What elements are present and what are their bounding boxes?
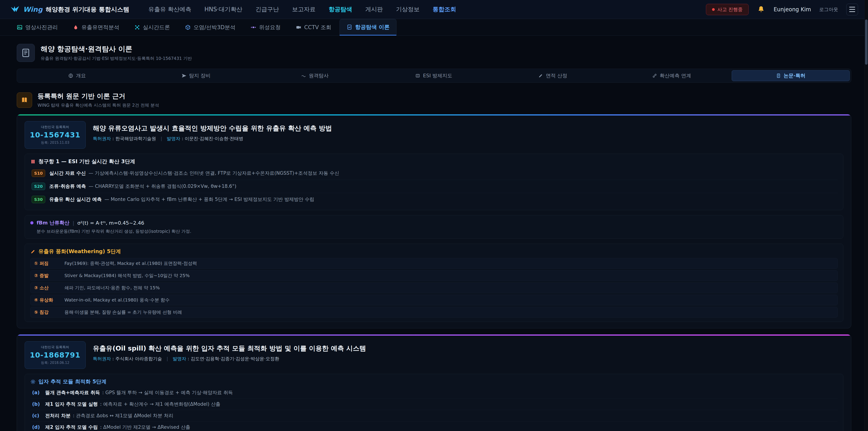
step-name: 실시간 자료 수신 xyxy=(49,170,86,176)
tab-area-calculation[interactable]: 면적 산정 xyxy=(494,70,612,81)
chart-document-icon xyxy=(346,24,352,30)
patent-meta: 특허권자 : 주식회사 아라종합기술 | 발명자 : 김도연·김용혁·김종기·김… xyxy=(93,356,366,362)
wing-logo-icon xyxy=(10,4,20,14)
inventor-label: 발명자 xyxy=(173,356,186,361)
wave-icon xyxy=(301,73,306,78)
weathering-row: ③ 소산 쇄파 기인, 파도에너지·용존 함수, 전체 약 15% xyxy=(30,282,838,293)
purple-dot-icon xyxy=(30,221,33,224)
app-title: 해양환경 위기대응 통합시스템 xyxy=(46,5,129,13)
app-logo[interactable]: Wing 해양환경 위기대응 통합시스템 xyxy=(10,4,129,14)
nav-item-oil-spill-prediction[interactable]: 유출유 확산예측 xyxy=(148,5,191,13)
tab-label: 원격탐사 xyxy=(309,72,329,79)
notification-bell-icon[interactable] xyxy=(757,5,765,14)
optimization-step-row: (d) 제2 입자 추적 모델 수립 : ΔModel 기반 제2모델 → ΔR… xyxy=(30,421,838,431)
optimization-title: 입자 추적 모듈 최적화 5단계 xyxy=(38,378,106,385)
tab-esi-map[interactable]: ESI 방제지도 xyxy=(375,70,493,81)
subnav-tabs: 영상사진관리 유출유면적분석 실시간드론 오염/선박3D분석 위성요청 CCTV… xyxy=(0,19,868,36)
subtab-label: 오염/선박3D분석 xyxy=(193,24,236,31)
subtab-satellite-request[interactable]: 위성요청 xyxy=(244,19,287,35)
patent-title: 해양 유류오염사고 발생시 효율적인 방제방안 수립을 위한 유출유 확산 예측… xyxy=(93,124,332,133)
globe-icon xyxy=(68,73,73,78)
subtab-cctv-view[interactable]: CCTV 조회 xyxy=(289,19,338,35)
patent-head: 대한민국 등록특허 10-1567431 등록: 2015.11.03 해양 유… xyxy=(25,121,843,149)
nav-item-aerial-search[interactable]: 항공탐색 xyxy=(329,5,352,13)
tab-papers-patents[interactable]: 논문·특허 xyxy=(732,70,850,81)
patent-reg-date: 등록: 2018.06.12 xyxy=(30,361,81,365)
owner-value: 한국해양과학기술원 xyxy=(115,136,156,141)
step-name: 유출유 확산 실시간 예측 xyxy=(49,196,102,203)
tab-label: ESI 방제지도 xyxy=(423,72,452,79)
weathering-row: ② 증발 Stiver & Mackay(1984) 해석적 방법, 수일~10… xyxy=(30,270,838,281)
cube-icon xyxy=(185,24,191,30)
scrollbar[interactable] xyxy=(864,0,868,431)
link-icon xyxy=(652,73,657,78)
tab-label: 탐지 장비 xyxy=(189,72,211,79)
fbm-formula: σ²(t) = A·tᵐ, m=0.45~2.46 xyxy=(77,220,144,226)
droplet-icon xyxy=(73,24,79,30)
nav-item-reports[interactable]: 보고자료 xyxy=(292,5,315,13)
pencil-icon xyxy=(538,73,543,78)
patent-number: 10-1567431 xyxy=(30,131,81,139)
claim-step-row: S10 실시간 자료 수신 — 기상예측시스템·위성영상수신시스템·검조소 인터… xyxy=(30,167,838,180)
map-icon xyxy=(415,73,420,78)
step-badge: S20 xyxy=(32,183,45,190)
drone-icon xyxy=(134,24,140,30)
section-title: 등록특허 원문 기반 이론 근거 xyxy=(37,92,159,101)
subtab-label: CCTV 조회 xyxy=(304,24,331,31)
header-right: 사고 진행중 Eunjeong Kim 로그아웃 xyxy=(706,4,858,16)
subtab-label: 영상사진관리 xyxy=(25,24,58,31)
fbm-title: fBm 난류확산 xyxy=(37,219,69,226)
subtab-image-photo-management[interactable]: 영상사진관리 xyxy=(10,19,65,35)
optimization-header: 입자 추적 모듈 최적화 5단계 xyxy=(30,378,838,385)
optimization-step-row: (b) 제1 입자 추적 모델 실행 : 예측자료 + 확산계수 → 제1 예측… xyxy=(30,398,838,410)
tab-label: 확산예측 연계 xyxy=(660,72,691,79)
claim-panel-header: 청구항 1 — ESI 기반 실시간 확산 3단계 xyxy=(30,158,838,165)
patent-head: 대한민국 등록특허 10-1868791 등록: 2018.06.12 유출유(… xyxy=(25,341,843,369)
step-badge: S10 xyxy=(32,170,45,177)
optimization-rows: (a) 뜰개 관측+예측자료 취득 : GPS 뜰개 투하 → 실제 이동경로 … xyxy=(30,387,838,431)
page-title: 해양 항공탐색·원격탐사 이론 xyxy=(41,44,192,54)
incident-status-badge[interactable]: 사고 진행중 xyxy=(706,4,749,15)
fbm-header: fBm 난류확산 | σ²(t) = A·tᵐ, m=0.45~2.46 xyxy=(30,219,838,226)
patent-reg-date: 등록: 2015.11.03 xyxy=(30,141,81,145)
patent-card-1567431: 대한민국 등록특허 10-1567431 등록: 2015.11.03 해양 유… xyxy=(17,114,851,329)
nav-item-hns-atmospheric[interactable]: HNS·대기확산 xyxy=(204,5,242,13)
hamburger-menu-icon[interactable] xyxy=(846,4,858,16)
section-subtitle: WING 탑재 유출유 확산예측 시스템의 특허 원문 2건 전체 분석 xyxy=(37,102,159,108)
patent-card-1868791: 대한민국 등록특허 10-1868791 등록: 2018.06.12 유출유(… xyxy=(17,334,851,431)
scrollbar-thumb[interactable] xyxy=(865,20,868,65)
claim-step-row: S30 유출유 확산 실시간 예측 — Monte Carlo 입자추적 + f… xyxy=(30,193,838,206)
pencil-icon xyxy=(30,249,36,254)
tab-label: 논문·특허 xyxy=(784,72,805,79)
step-desc: — 기상예측시스템·위성영상수신시스템·검조소 인터넷 연결, FTP로 기상자… xyxy=(89,170,339,176)
tab-remote-sensing[interactable]: 원격탐사 xyxy=(256,70,374,81)
subtab-label: 항공탐색 이론 xyxy=(355,24,390,31)
subtab-pollution-ship-3d[interactable]: 오염/선박3D분석 xyxy=(178,19,242,35)
tab-detection-equipment[interactable]: 탐지 장비 xyxy=(137,70,255,81)
subtab-realtime-drone[interactable]: 실시간드론 xyxy=(127,19,177,35)
nav-item-weather-info[interactable]: 기상정보 xyxy=(396,5,420,13)
nav-item-board[interactable]: 게시판 xyxy=(365,5,383,13)
tab-overview[interactable]: 개요 xyxy=(18,70,136,81)
nav-item-emergency-rescue[interactable]: 긴급구난 xyxy=(255,5,279,13)
step-badge: S30 xyxy=(32,196,45,203)
tab-label: 면적 산정 xyxy=(546,72,567,79)
subtab-aerial-search-theory[interactable]: 항공탐색 이론 xyxy=(340,19,397,35)
satellite-icon xyxy=(250,24,256,30)
subtab-oil-area-analysis[interactable]: 유출유면적분석 xyxy=(66,19,126,35)
weathering-header: 유출유 풍화(Weathering) 5단계 xyxy=(30,248,838,255)
logout-button[interactable]: 로그아웃 xyxy=(819,6,838,13)
inventor-label: 발명자 xyxy=(167,136,180,141)
subtab-label: 실시간드론 xyxy=(143,24,170,31)
patent-number: 10-1868791 xyxy=(30,351,81,359)
patent-number-box: 대한민국 등록특허 10-1868791 등록: 2018.06.12 xyxy=(25,341,86,369)
weathering-row: ① 퍼짐 Fay(1969): 중력-관성력, Mackay et al.(19… xyxy=(30,258,838,269)
weathering-rows: ① 퍼짐 Fay(1969): 중력-관성력, Mackay et al.(19… xyxy=(30,258,838,317)
logo-text: Wing xyxy=(23,5,42,13)
optimization-panel: 입자 추적 모듈 최적화 5단계 (a) 뜰개 관측+예측자료 취득 : GPS… xyxy=(25,374,843,431)
inventors-value: 김도연·김용혁·김종기·김성운·박상윤·오정환 xyxy=(191,356,279,361)
nav-item-integrated-search[interactable]: 통합조회 xyxy=(433,5,456,13)
weathering-row: ④ 유상화 Water-in-oil, Mackay et al.(1980) … xyxy=(30,295,838,305)
tab-diffusion-link[interactable]: 확산예측 연계 xyxy=(613,70,730,81)
step-desc: — CHARRY모델 조화분석 + 취송류 경험식(0.029×Vw, θw+1… xyxy=(89,183,236,189)
